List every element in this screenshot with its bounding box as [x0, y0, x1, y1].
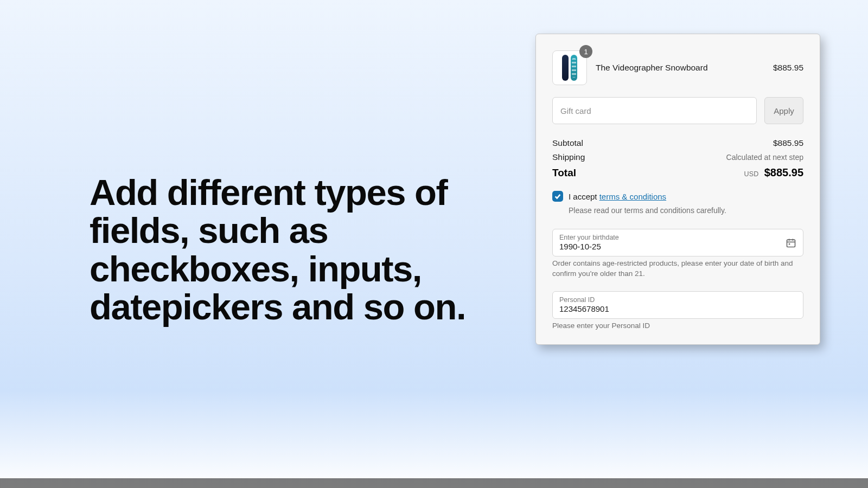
terms-hint: Please read our terms and conditions car…: [569, 206, 803, 215]
checkout-panel: 1 The Videographer Snowboard $885.95 App…: [535, 34, 820, 345]
subtotal-label: Subtotal: [552, 138, 583, 148]
personal-id-input[interactable]: [559, 304, 778, 313]
shipping-label: Shipping: [552, 152, 585, 162]
terms-text: I accept terms & conditions: [569, 192, 666, 201]
total-value: $885.95: [764, 166, 803, 179]
birthdate-input[interactable]: [559, 242, 778, 251]
apply-button[interactable]: Apply: [764, 97, 803, 124]
svg-rect-0: [787, 240, 795, 247]
decorative-noise: [0, 478, 868, 488]
total-currency: USD: [744, 170, 758, 178]
terms-checkbox[interactable]: [552, 191, 563, 202]
giftcard-row: Apply: [552, 97, 803, 124]
product-name: The Videographer Snowboard: [596, 63, 764, 73]
personal-id-field[interactable]: Personal ID: [552, 291, 803, 319]
terms-link[interactable]: terms & conditions: [599, 192, 666, 201]
svg-rect-4: [789, 243, 790, 245]
check-icon: [554, 192, 561, 200]
birthdate-field[interactable]: Enter your birthdate: [552, 229, 803, 256]
subtotal-line: Subtotal $885.95: [552, 138, 803, 148]
total-label: Total: [552, 167, 576, 179]
marketing-headline: Add different types of fields, such as c…: [90, 174, 518, 326]
personal-id-label: Personal ID: [559, 296, 778, 304]
subtotal-value: $885.95: [773, 138, 803, 148]
terms-row: I accept terms & conditions: [552, 191, 803, 202]
quantity-badge: 1: [579, 45, 592, 58]
shipping-note: Calculated at next step: [726, 153, 803, 162]
giftcard-input[interactable]: [552, 97, 757, 124]
shipping-line: Shipping Calculated at next step: [552, 152, 803, 162]
personal-id-help: Please enter your Personal ID: [552, 321, 803, 331]
product-thumbnail: 1: [552, 50, 587, 85]
total-line: Total USD $885.95: [552, 166, 803, 179]
birthdate-label: Enter your birthdate: [559, 234, 778, 241]
calendar-icon[interactable]: [786, 237, 796, 248]
product-price: $885.95: [773, 63, 803, 73]
terms-prefix: I accept: [569, 192, 599, 201]
birthdate-help: Order contains age-restricted products, …: [552, 259, 803, 279]
product-row: 1 The Videographer Snowboard $885.95: [552, 50, 803, 85]
